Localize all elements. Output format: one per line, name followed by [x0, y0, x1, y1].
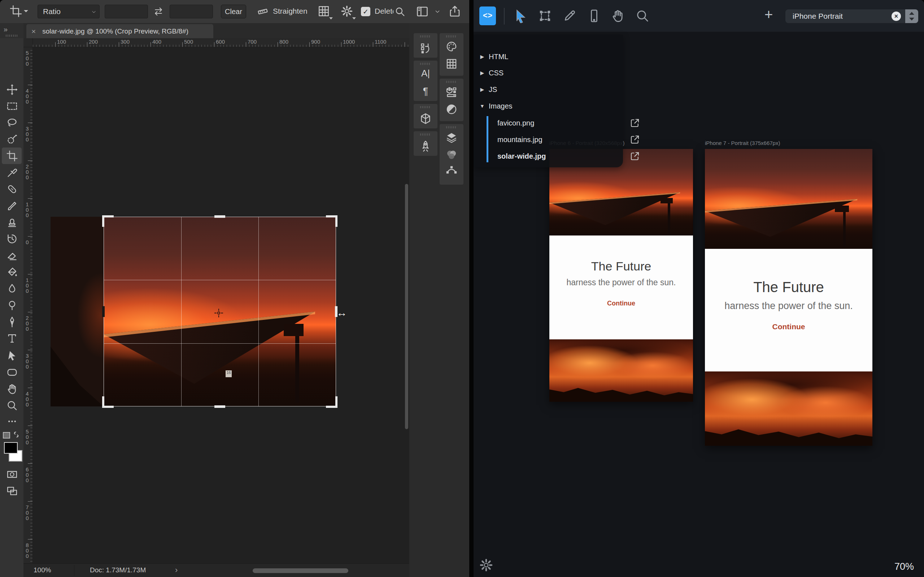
- adjustments-panel-icon[interactable]: [445, 102, 459, 116]
- clear-breakpoint-icon[interactable]: ×: [892, 11, 901, 21]
- blur-tool-icon[interactable]: [5, 282, 19, 295]
- open-external-icon[interactable]: [630, 118, 640, 128]
- brush-tool-icon[interactable]: [5, 199, 19, 213]
- add-breakpoint-button[interactable]: +: [764, 6, 773, 23]
- color-panel-icon[interactable]: [445, 40, 459, 53]
- gear-icon[interactable]: [341, 5, 353, 17]
- crop-width-field[interactable]: [105, 5, 148, 18]
- crop-tool-icon[interactable]: [5, 149, 19, 163]
- delete-cropped-pixels-checkbox[interactable]: ✓: [361, 7, 370, 16]
- search-tool-icon-preview[interactable]: [635, 8, 650, 24]
- open-external-icon[interactable]: [630, 151, 640, 161]
- tool-dock-header[interactable]: »: [0, 23, 23, 38]
- straighten-button[interactable]: Straighten: [273, 7, 307, 16]
- crop-handle-top[interactable]: [215, 215, 225, 218]
- rocket-icon[interactable]: [419, 139, 432, 153]
- clone-stamp-tool-icon[interactable]: [5, 215, 19, 229]
- open-external-icon[interactable]: [630, 134, 640, 145]
- document-tab[interactable]: × solar-wide.jpg @ 100% (Crop Preview, R…: [26, 24, 213, 38]
- eyedropper-tool-icon[interactable]: [5, 166, 19, 179]
- tree-item-mountains[interactable]: mountains.jpg: [473, 134, 647, 146]
- paths-panel-icon[interactable]: [445, 163, 459, 177]
- tree-item-favicon[interactable]: favicon.png: [473, 117, 647, 129]
- pen-tool-icon[interactable]: [5, 315, 19, 329]
- edit-toolbar-icon[interactable]: [5, 414, 19, 428]
- crop-preview-image[interactable]: 16: [103, 217, 336, 406]
- crop-options-caret[interactable]: [352, 17, 356, 19]
- crop-handle-bottom[interactable]: [215, 405, 225, 408]
- type-tool-icon[interactable]: [5, 331, 19, 345]
- swap-dimensions-icon[interactable]: [153, 6, 164, 17]
- shape-tool-icon[interactable]: [5, 365, 19, 379]
- default-colors-icon[interactable]: [3, 432, 10, 438]
- swatches-panel-icon[interactable]: [445, 57, 459, 71]
- breakpoint-select[interactable]: iPhone Portrait ×: [785, 10, 905, 23]
- properties-panel-icon[interactable]: [445, 85, 459, 99]
- workspace-icon[interactable]: [416, 5, 429, 18]
- clear-button[interactable]: Clear: [221, 5, 246, 18]
- pencil-tool-icon[interactable]: [562, 8, 577, 24]
- tree-section-js[interactable]: ▶ JS: [473, 83, 623, 95]
- breakpoint-stepper[interactable]: [905, 10, 918, 23]
- aspect-ratio-select[interactable]: Ratio: [37, 5, 100, 18]
- dodge-tool-icon[interactable]: [5, 298, 19, 312]
- straighten-icon[interactable]: [257, 6, 268, 17]
- settings-gear-icon[interactable]: [479, 558, 493, 572]
- zoom-tool-icon[interactable]: [5, 398, 19, 412]
- expand-panel-icon[interactable]: »: [3, 25, 8, 34]
- share-icon[interactable]: [448, 5, 461, 18]
- chevron-right-icon[interactable]: ▶: [476, 70, 489, 76]
- healing-brush-tool-icon[interactable]: [5, 182, 19, 196]
- transform-tool-icon[interactable]: [537, 8, 553, 24]
- paragraph-panel-icon[interactable]: ¶: [419, 84, 432, 98]
- search-icon[interactable]: [394, 6, 406, 17]
- history-panel-icon[interactable]: [419, 41, 432, 55]
- quick-selection-tool-icon[interactable]: [5, 132, 19, 146]
- tree-section-html[interactable]: ▶ HTML: [473, 50, 623, 63]
- crop-overlay-grid-icon[interactable]: [318, 5, 330, 17]
- status-chevron-icon[interactable]: ›: [175, 566, 178, 575]
- history-brush-tool-icon[interactable]: [5, 232, 19, 246]
- tool-preset-caret[interactable]: [24, 10, 28, 12]
- preview1-continue-button[interactable]: Continue: [549, 287, 693, 307]
- chevron-down-icon[interactable]: ▼: [476, 103, 489, 109]
- layers-panel-icon[interactable]: [445, 131, 459, 144]
- crop-handle-bottom-right[interactable]: [326, 396, 338, 408]
- workspace-caret-icon[interactable]: [435, 9, 440, 15]
- swap-colors-icon[interactable]: [12, 430, 20, 438]
- tree-item-solar-wide[interactable]: solar-wide.jpg: [473, 150, 647, 162]
- screen-mode-icon[interactable]: [5, 484, 19, 498]
- tab-close-icon[interactable]: ×: [31, 27, 36, 36]
- eraser-tool-icon[interactable]: [5, 248, 19, 262]
- crop-handle-top-right[interactable]: [326, 215, 338, 227]
- stepper-down-icon[interactable]: [909, 18, 914, 21]
- crop-height-field[interactable]: [170, 5, 213, 18]
- zoom-level-field[interactable]: 100%: [34, 566, 51, 574]
- crop-handle-left[interactable]: [102, 306, 105, 317]
- quick-mask-icon[interactable]: [5, 467, 19, 481]
- marquee-tool-icon[interactable]: [5, 99, 19, 113]
- preview-zoom-level[interactable]: 70%: [894, 561, 914, 572]
- lasso-tool-icon[interactable]: [5, 116, 19, 129]
- foreground-color-swatch[interactable]: [4, 442, 18, 454]
- gradient-tool-icon[interactable]: [5, 265, 19, 279]
- grid-options-caret[interactable]: [329, 17, 333, 19]
- tree-section-css[interactable]: ▶ CSS: [473, 67, 623, 79]
- hand-tool-icon-preview[interactable]: [610, 8, 626, 24]
- character-panel-icon[interactable]: A|: [419, 66, 432, 80]
- crop-tool-preset-icon[interactable]: [10, 5, 23, 18]
- preview2-continue-button[interactable]: Continue: [705, 311, 872, 331]
- channels-panel-icon[interactable]: [445, 148, 459, 161]
- crop-handle-top-left[interactable]: [102, 215, 114, 227]
- tree-section-images[interactable]: ▼ Images: [473, 100, 623, 112]
- vertical-scrollbar-thumb[interactable]: [405, 184, 408, 429]
- chevron-right-icon[interactable]: ▶: [476, 54, 489, 60]
- device-preview-icon[interactable]: [586, 8, 602, 24]
- stepper-up-icon[interactable]: [909, 12, 914, 15]
- horizontal-scrollbar-thumb[interactable]: [253, 568, 348, 573]
- hand-tool-icon[interactable]: [5, 382, 19, 396]
- chevron-right-icon[interactable]: ▶: [476, 87, 489, 92]
- crop-handle-bottom-left[interactable]: [102, 396, 114, 408]
- path-selection-tool-icon[interactable]: [5, 349, 19, 363]
- 3d-panel-icon[interactable]: [419, 112, 432, 126]
